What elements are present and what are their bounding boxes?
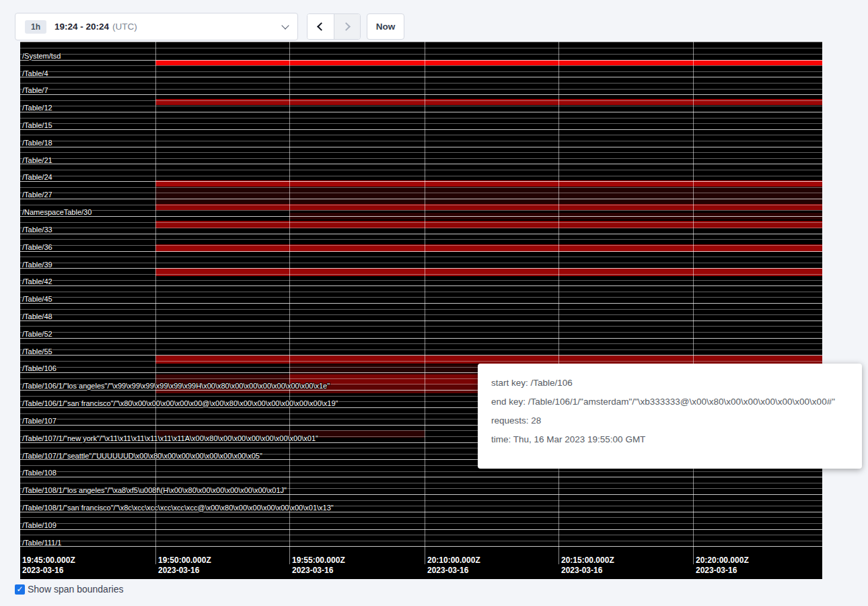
next-time-button[interactable] bbox=[334, 14, 361, 39]
row-label: /Table/106/1/"los angeles"/"\x99\x99\x99… bbox=[22, 382, 330, 391]
span-boundary-line bbox=[20, 239, 822, 240]
row-label: /Table/106/1/"san francisco"/"\x80\x00\x… bbox=[22, 399, 338, 408]
span-boundary-line bbox=[20, 355, 822, 356]
chevron-left-icon bbox=[317, 22, 326, 31]
row-label: /Table/107/1/"new york"/"\x11\x11\x11\x1… bbox=[22, 434, 318, 443]
x-axis-time: 20:10:00.000Z bbox=[427, 556, 480, 566]
span-boundary-line bbox=[20, 321, 822, 321]
row-label: /Table/39 bbox=[22, 261, 52, 269]
span-boundary-line bbox=[20, 89, 822, 90]
x-axis-date: 2023-03-16 bbox=[427, 566, 480, 576]
tooltip-time: time: Thu, 16 Mar 2023 19:55:00 GMT bbox=[491, 434, 848, 444]
span-boundary-line bbox=[20, 147, 822, 147]
tooltip-requests: requests: 28 bbox=[491, 415, 848, 426]
row-label: /Table/108/1/"los angeles"/"\xa8\xf5\u00… bbox=[22, 486, 287, 495]
span-boundary-line bbox=[20, 280, 822, 281]
x-axis-tick: 20:20:00.000Z2023-03-16 bbox=[696, 556, 749, 576]
range-timezone-label: (UTC) bbox=[112, 22, 137, 32]
row-label: /Table/42 bbox=[22, 277, 52, 286]
row-label: /Table/33 bbox=[22, 226, 52, 234]
span-boundary-line bbox=[20, 54, 822, 55]
row-label: /Table/45 bbox=[22, 295, 52, 304]
span-boundary-line bbox=[20, 471, 822, 472]
span-boundary-line bbox=[20, 268, 822, 269]
span-boundary-line bbox=[20, 274, 822, 275]
heat-band bbox=[155, 356, 822, 364]
row-label: /Table/7 bbox=[22, 86, 48, 95]
time-gridline bbox=[558, 42, 559, 564]
x-axis-date: 2023-03-16 bbox=[158, 566, 211, 576]
row-label: /System/tsd bbox=[22, 52, 61, 61]
row-label: /Table/4 bbox=[22, 69, 48, 78]
row-label: /Table/109 bbox=[22, 521, 57, 530]
x-axis-time: 19:45:00.000Z bbox=[22, 556, 75, 566]
span-boundary-line bbox=[20, 285, 822, 286]
row-label: /Table/107 bbox=[22, 417, 57, 426]
span-boundary-line bbox=[20, 210, 822, 211]
row-label: /Table/24 bbox=[22, 173, 52, 182]
span-boundary-line bbox=[20, 118, 822, 119]
x-axis-time: 19:50:00.000Z bbox=[158, 556, 211, 566]
show-span-boundaries-control[interactable]: ✓ Show span boundaries bbox=[15, 584, 123, 595]
span-boundary-line bbox=[20, 106, 822, 106]
now-button[interactable]: Now bbox=[367, 13, 404, 40]
x-axis-date: 2023-03-16 bbox=[696, 566, 749, 576]
span-boundary-line bbox=[20, 181, 822, 182]
range-text: 19:24 - 20:24 bbox=[55, 22, 109, 32]
row-label: /Table/12 bbox=[22, 104, 52, 112]
span-boundary-line bbox=[20, 338, 822, 339]
x-axis-tick: 19:50:00.000Z2023-03-16 bbox=[158, 556, 211, 576]
x-axis-date: 2023-03-16 bbox=[22, 566, 75, 576]
tooltip-end-key: end key: /Table/106/1/"amsterdam"/"\xb33… bbox=[491, 397, 848, 407]
row-label: /Table/108 bbox=[22, 469, 57, 477]
span-boundary-line bbox=[20, 193, 822, 193]
time-nav-group bbox=[307, 13, 361, 40]
hover-tooltip: start key: /Table/106 end key: /Table/10… bbox=[478, 364, 862, 469]
span-boundary-line bbox=[20, 245, 822, 246]
span-boundary-line bbox=[20, 234, 822, 234]
span-boundary-line bbox=[20, 343, 822, 344]
span-boundary-line bbox=[20, 129, 822, 130]
show-span-boundaries-checkbox[interactable]: ✓ bbox=[15, 584, 25, 595]
row-label: /Table/36 bbox=[22, 243, 52, 252]
heat-band bbox=[155, 268, 822, 276]
span-boundary-line bbox=[20, 483, 822, 483]
span-boundary-line bbox=[20, 332, 822, 333]
time-gridline bbox=[693, 42, 694, 564]
heat-band bbox=[155, 60, 822, 65]
key-visualizer-canvas[interactable]: /System/tsd/Table/4/Table/7/Table/12/Tab… bbox=[20, 42, 822, 579]
span-boundary-line bbox=[20, 112, 822, 112]
span-boundary-line bbox=[20, 158, 822, 159]
span-boundary-line bbox=[20, 94, 822, 95]
span-boundary-line bbox=[20, 152, 822, 153]
row-label: /Table/48 bbox=[22, 312, 52, 321]
span-boundary-line bbox=[20, 314, 822, 315]
span-boundary-line bbox=[20, 517, 822, 518]
row-label: /Table/21 bbox=[22, 156, 52, 165]
span-boundary-line bbox=[20, 257, 822, 257]
span-boundary-line bbox=[20, 199, 822, 199]
span-boundary-line bbox=[20, 170, 822, 170]
span-boundary-line bbox=[20, 77, 822, 77]
x-axis-tick: 20:15:00.000Z2023-03-16 bbox=[561, 556, 614, 576]
span-boundary-line bbox=[20, 361, 822, 362]
time-gridline bbox=[425, 42, 425, 564]
span-boundary-line bbox=[20, 222, 822, 223]
span-boundary-line bbox=[20, 60, 822, 61]
span-boundary-line bbox=[20, 541, 822, 541]
row-label: /Table/18 bbox=[22, 139, 52, 147]
span-boundary-line bbox=[20, 303, 822, 304]
x-axis-tick: 19:55:00.000Z2023-03-16 bbox=[292, 556, 345, 576]
x-axis-date: 2023-03-16 bbox=[292, 566, 345, 576]
span-boundary-line bbox=[20, 546, 822, 547]
time-range-selector[interactable]: 1h 19:24 - 20:24 (UTC) bbox=[15, 13, 298, 40]
span-boundary-line bbox=[20, 65, 822, 66]
span-boundary-line bbox=[20, 71, 822, 72]
x-axis-time: 20:20:00.000Z bbox=[696, 556, 749, 566]
row-label: /Table/107/1/"seattle"/"UUUUUUD\x00\x80\… bbox=[22, 452, 262, 461]
prev-time-button[interactable] bbox=[308, 14, 334, 39]
span-boundary-line bbox=[20, 529, 822, 530]
row-label: /Table/55 bbox=[22, 347, 52, 356]
span-boundary-line bbox=[20, 535, 822, 535]
span-boundary-line bbox=[20, 297, 822, 298]
